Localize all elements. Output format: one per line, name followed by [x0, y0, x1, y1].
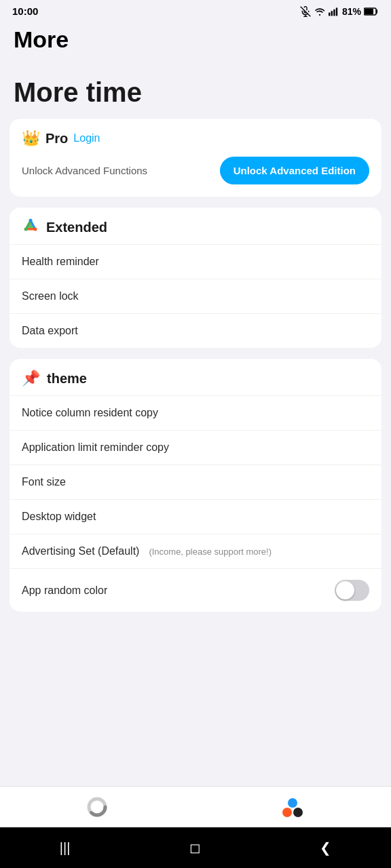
app-random-color-label: App random color	[22, 585, 107, 597]
recents-button[interactable]: |||	[60, 840, 71, 856]
extended-section-header: Extended	[10, 208, 381, 244]
system-nav-bar: ||| ◻ ❮	[0, 827, 391, 868]
svg-point-14	[288, 798, 297, 808]
bottom-nav-stats[interactable]	[73, 793, 122, 821]
unlock-advanced-button[interactable]: Unlock Advanced Edition	[220, 157, 369, 184]
battery-icon	[364, 7, 379, 16]
donut-icon	[86, 796, 108, 818]
svg-point-15	[282, 808, 292, 817]
bottom-nav	[0, 786, 391, 827]
extended-icon	[22, 218, 39, 236]
mute-icon	[300, 6, 311, 17]
app-limit-reminder-item[interactable]: Application limit reminder copy	[10, 430, 381, 465]
theme-icon: 📌	[22, 370, 40, 387]
notice-column-label: Notice column resident copy	[22, 407, 158, 419]
theme-section-header: 📌 theme	[10, 359, 381, 395]
svg-point-10	[34, 228, 37, 231]
theme-card: 📌 theme Notice column resident copy Appl…	[10, 359, 381, 612]
advertising-set-sub: (Income, please support more!)	[149, 547, 272, 557]
toggle-knob	[336, 581, 354, 599]
app-limit-reminder-label: Application limit reminder copy	[22, 441, 169, 454]
font-size-label: Font size	[22, 476, 66, 488]
pro-description: Unlock Advanced Functions	[22, 163, 210, 178]
page-title: More time	[14, 77, 377, 108]
scroll-area: More time 👑 Pro Login Unlock Advanced Fu…	[0, 57, 391, 868]
health-reminder-item[interactable]: Health reminder	[10, 244, 381, 279]
pro-label: Pro	[45, 131, 68, 146]
theme-section-title: theme	[47, 371, 87, 387]
dots-icon	[280, 796, 305, 818]
desktop-widget-label: Desktop widget	[22, 511, 96, 523]
data-export-label: Data export	[22, 325, 78, 337]
svg-rect-6	[336, 7, 337, 16]
pro-body: Unlock Advanced Functions Unlock Advance…	[10, 154, 381, 197]
header-title: More	[14, 26, 69, 52]
svg-rect-8	[365, 9, 373, 14]
page-title-section: More time	[0, 57, 391, 119]
notice-column-item[interactable]: Notice column resident copy	[10, 395, 381, 430]
svg-rect-3	[329, 12, 330, 16]
status-time: 10:00	[12, 5, 38, 17]
extended-section-title: Extended	[46, 220, 107, 235]
status-bar: 10:00 81%	[0, 0, 391, 20]
app-random-color-item[interactable]: App random color	[10, 568, 381, 612]
font-size-item[interactable]: Font size	[10, 465, 381, 499]
crown-icon: 👑	[22, 130, 40, 147]
app-random-color-toggle[interactable]	[335, 580, 369, 601]
svg-point-16	[293, 808, 303, 817]
screen-lock-item[interactable]: Screen lock	[10, 279, 381, 313]
desktop-widget-item[interactable]: Desktop widget	[10, 499, 381, 534]
data-export-item[interactable]: Data export	[10, 313, 381, 348]
bottom-nav-more[interactable]	[267, 793, 318, 821]
wifi-icon	[314, 6, 326, 17]
svg-rect-5	[333, 9, 335, 16]
svg-point-9	[29, 219, 33, 222]
svg-point-11	[24, 228, 28, 231]
pro-header: 👑 Pro Login	[10, 119, 381, 154]
signal-icon	[329, 6, 339, 17]
battery-level: 81%	[342, 6, 361, 17]
health-reminder-label: Health reminder	[22, 256, 99, 268]
login-link[interactable]: Login	[73, 132, 100, 144]
header: More	[0, 20, 391, 57]
advertising-set-left: Advertising Set (Default) (Income, pleas…	[22, 545, 272, 557]
screen-lock-label: Screen lock	[22, 290, 79, 302]
advertising-set-item[interactable]: Advertising Set (Default) (Income, pleas…	[10, 534, 381, 568]
extended-card: Extended Health reminder Screen lock Dat…	[10, 208, 381, 348]
pro-card: 👑 Pro Login Unlock Advanced Functions Un…	[10, 119, 381, 197]
back-button[interactable]: ❮	[320, 840, 331, 856]
status-icons: 81%	[300, 6, 379, 17]
svg-rect-4	[331, 11, 333, 16]
home-button[interactable]: ◻	[189, 840, 201, 856]
advertising-set-label: Advertising Set (Default)	[22, 545, 139, 557]
